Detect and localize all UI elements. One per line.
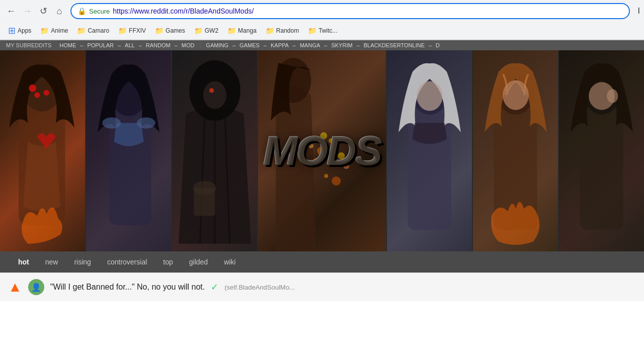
bookmark-gw2-label: GW2: [205, 27, 218, 34]
folder-icon: 📁: [118, 27, 127, 35]
nav-sep10: –: [427, 42, 434, 48]
back-button[interactable]: ←: [4, 4, 18, 18]
folder-icon: 📁: [155, 27, 164, 35]
nav-gaming[interactable]: GAMING: [204, 42, 230, 48]
svg-point-22: [324, 174, 328, 178]
bookmarks-bar: ⊞ Apps 📁 Anime 📁 Camaro 📁 FFXIV 📁 Games …: [0, 22, 644, 40]
bookmark-camaro-label: Camaro: [88, 27, 109, 34]
sort-tab-gilded[interactable]: gilded: [181, 253, 216, 271]
sort-tab-new[interactable]: new: [37, 253, 66, 271]
svg-point-4: [44, 90, 49, 96]
folder-icon: 📁: [194, 27, 203, 35]
banner-panel-7: [559, 50, 644, 251]
nav-games[interactable]: GAMES: [237, 42, 262, 48]
address-bar-container[interactable]: 🔒 Secure: [70, 3, 630, 19]
svg-rect-16: [194, 188, 215, 216]
nav-sep9: –: [355, 42, 362, 48]
bookmark-apps[interactable]: ⊞ Apps: [4, 24, 35, 38]
nav-sep7: –: [291, 42, 298, 48]
svg-point-29: [417, 81, 443, 111]
svg-point-11: [209, 88, 214, 93]
banner-panel-1: [0, 50, 86, 251]
secure-icon: 🔒: [77, 7, 86, 15]
nav-sep2: –: [116, 42, 123, 48]
banner-panel-6: [473, 50, 559, 251]
home-button[interactable]: ⌂: [52, 4, 66, 18]
subreddit-banner: MODS: [0, 50, 644, 251]
bookmark-random-label: Random: [276, 27, 299, 34]
address-input[interactable]: [113, 7, 622, 15]
bookmark-apps-label: Apps: [18, 27, 31, 34]
svg-point-3: [34, 93, 40, 98]
banner-panel-2: [86, 50, 172, 251]
bookmark-twitch[interactable]: 📁 Twitc...: [304, 25, 341, 36]
nav-divider: |: [196, 42, 204, 48]
folder-icon: 📁: [227, 27, 236, 35]
svg-point-8: [137, 117, 155, 128]
bookmark-camaro[interactable]: 📁 Camaro: [73, 25, 113, 36]
nav-mysubreddits[interactable]: MY SUBREDDITS: [4, 42, 53, 48]
bookmark-anime-label: Anime: [51, 27, 68, 34]
svg-point-32: [503, 80, 529, 110]
bookmark-manga[interactable]: 📁 Manga: [223, 25, 261, 36]
sort-tab-top[interactable]: top: [155, 253, 181, 271]
folder-icon: 📁: [308, 27, 316, 35]
nav-sep3: –: [137, 42, 144, 48]
svg-point-10: [203, 81, 226, 109]
svg-point-7: [102, 117, 121, 128]
nav-manga[interactable]: MANGA: [298, 42, 322, 48]
nav-skyrim[interactable]: SKYRIM: [329, 42, 354, 48]
bookmark-twitch-label: Twitc...: [318, 27, 337, 34]
svg-point-23: [332, 176, 341, 186]
banner-panel-4: MODS: [258, 50, 387, 251]
nav-sep8: –: [322, 42, 329, 48]
refresh-button[interactable]: ↺: [36, 4, 50, 18]
cursor-indicator: I: [638, 7, 640, 16]
nav-mod[interactable]: MOD: [180, 42, 197, 48]
mods-text: MODS: [263, 127, 381, 174]
bookmark-anime[interactable]: 📁 Anime: [36, 25, 72, 36]
folder-icon: 📁: [40, 27, 49, 35]
upvote-arrow[interactable]: ▲: [8, 279, 22, 295]
post-title[interactable]: "Will I get Banned for..." No, no you wi…: [50, 283, 205, 292]
nav-bdo[interactable]: BLACKDESERTONLINE: [362, 42, 427, 48]
forward-button[interactable]: →: [20, 4, 34, 18]
bookmark-random[interactable]: 📁 Random: [262, 25, 303, 36]
nav-buttons: ← → ↺ ⌂: [4, 4, 66, 18]
folder-icon: 📁: [266, 27, 274, 35]
post-preview: ▲ 👤 "Will I get Banned for..." No, no yo…: [0, 273, 644, 301]
bookmark-games[interactable]: 📁 Games: [151, 25, 189, 36]
nav-popular[interactable]: POPULAR: [85, 42, 116, 48]
bookmark-ffxiv-label: FFXIV: [129, 27, 146, 34]
reddit-page: MY SUBREDDITS HOME – POPULAR – ALL – RAN…: [0, 40, 644, 301]
nav-d[interactable]: D: [434, 42, 442, 48]
apps-icon: ⊞: [8, 25, 16, 36]
banner-panel-5: [387, 50, 473, 251]
bookmark-games-label: Games: [166, 27, 185, 34]
secure-label: Secure: [89, 8, 110, 15]
folder-icon: 📁: [77, 27, 86, 35]
reddit-nav: MY SUBREDDITS HOME – POPULAR – ALL – RAN…: [0, 40, 644, 50]
svg-point-2: [29, 84, 36, 92]
nav-sep6: –: [262, 42, 269, 48]
browser-toolbar: ← → ↺ ⌂ 🔒 Secure I: [0, 0, 644, 22]
post-checkmark: ✓: [211, 282, 218, 293]
post-source: (self.BladeAndSoulMo...: [224, 284, 294, 291]
nav-kappa[interactable]: KAPPA: [269, 42, 291, 48]
svg-point-36: [607, 89, 618, 103]
nav-random[interactable]: RANDOM: [144, 42, 173, 48]
sort-tab-hot[interactable]: hot: [10, 253, 37, 271]
bookmark-ffxiv[interactable]: 📁 FFXIV: [114, 25, 150, 36]
nav-sep1: –: [78, 42, 85, 48]
nav-separator: [53, 42, 57, 48]
bookmark-gw2[interactable]: 📁 GW2: [190, 25, 222, 36]
sort-tab-rising[interactable]: rising: [66, 253, 99, 271]
sort-tabs: hot new rising controversial top gilded …: [0, 251, 644, 273]
nav-all[interactable]: ALL: [123, 42, 137, 48]
nav-home[interactable]: HOME: [57, 42, 78, 48]
sort-tab-controversial[interactable]: controversial: [99, 253, 155, 271]
bookmark-manga-label: Manga: [238, 27, 257, 34]
sort-tab-wiki[interactable]: wiki: [216, 253, 244, 271]
user-avatar: 👤: [28, 279, 44, 295]
nav-sep5: –: [230, 42, 237, 48]
